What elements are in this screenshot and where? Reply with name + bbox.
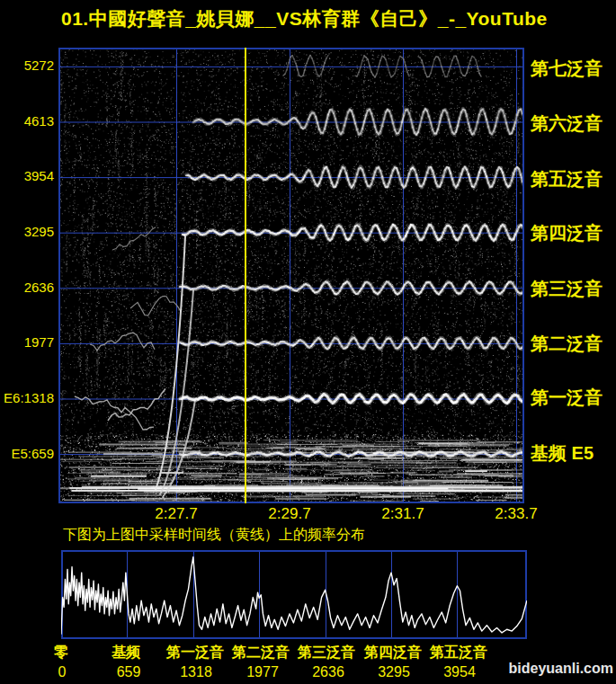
spectrum-tick-label: 零 [25,644,97,662]
freq-tick: E6:1318 [2,390,54,405]
time-tick: 2:29.7 [254,505,326,523]
spectrum-tick-label: 第三泛音 [290,644,362,662]
spectrum-tick-label: 基频 [90,644,162,662]
spectrogram-canvas [58,48,524,503]
spectrum-tick-value: 1977 [227,664,299,680]
time-tick: 2:33.7 [480,505,552,523]
harmonic-label: 第三泛音 [531,277,615,301]
spectrum-tick-value: 2636 [292,664,364,680]
spectrum-tick-label: 第四泛音 [357,644,429,662]
freq-tick: 2636 [2,280,54,295]
spectrum-tick-value: 3954 [424,664,495,680]
spectrum-tick-label: 第五泛音 [423,644,495,662]
freq-tick: 1977 [2,334,54,350]
harmonic-label: 基频 E5 [531,441,615,466]
spectrum-tick-value: 3295 [358,664,430,680]
spectrum-tick-label: 第一泛音 [159,644,231,662]
harmonic-label: 第六泛音 [531,111,615,136]
freq-tick: 5272 [2,58,54,73]
spectrum-tick-value: 659 [93,664,165,680]
spectrum-tick-value: 1318 [160,664,232,680]
spectrum-canvas [61,550,527,639]
watermark: bideyuanli.com [509,661,613,677]
freq-tick: 3295 [2,224,54,239]
harmonic-label: 第四泛音 [531,221,615,245]
freq-tick: 3954 [2,168,54,183]
spectrum-tick-label: 第二泛音 [225,644,297,662]
time-tick: 2:27.7 [140,505,212,523]
spectrum-tick-value: 0 [26,664,98,680]
freq-tick: 4613 [2,113,54,129]
harmonic-label: 第五泛音 [531,167,615,191]
page-title: 01.中國好聲音_姚貝娜__VS林育群《自己》_-_YouTube [61,6,548,31]
harmonic-label: 第七泛音 [531,57,615,81]
caption-text: 下图为上图中采样时间线（黄线）上的频率分布 [63,526,365,545]
time-tick: 2:31.7 [367,505,439,523]
harmonic-label: 第一泛音 [531,386,615,410]
freq-tick: E5:659 [2,446,54,461]
harmonic-label: 第二泛音 [531,332,615,356]
